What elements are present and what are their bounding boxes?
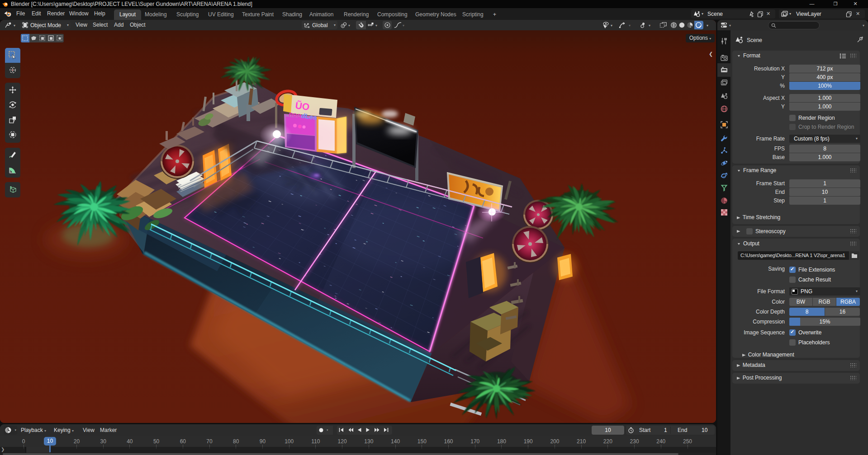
svg-text:ŨO: ŨO	[294, 100, 310, 112]
